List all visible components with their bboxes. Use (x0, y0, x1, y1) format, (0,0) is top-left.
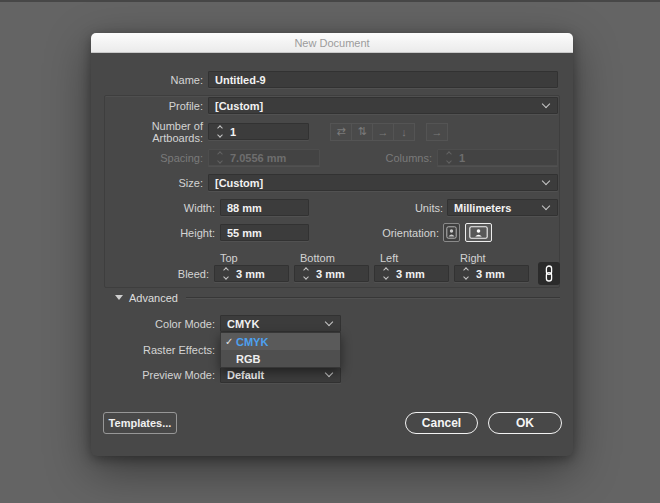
preview-mode-row: Preview Mode: Default (105, 366, 558, 383)
columns-stepper: 1 (437, 149, 558, 166)
size-row: Size: [Custom] (105, 174, 558, 191)
bleed-right-stepper[interactable]: 3 mm (454, 265, 529, 282)
orientation-landscape-icon[interactable] (465, 223, 492, 242)
profile-row: Profile: [Custom] (105, 97, 558, 114)
bleed-top-header: Top (214, 252, 294, 264)
orientation-group: Orientation: (291, 223, 492, 242)
name-row: Name: Untitled-9 (105, 71, 558, 88)
bleed-top-stepper[interactable]: 3 mm (214, 265, 289, 282)
artboards-label: Number of Artboards: (105, 120, 203, 144)
chevron-down-icon (325, 317, 333, 325)
stepper-arrows-icon[interactable] (301, 268, 310, 279)
artboards-stepper[interactable]: 1 (208, 123, 309, 140)
color-mode-row: Color Mode: CMYK (105, 315, 558, 332)
advanced-divider (185, 297, 560, 299)
bleed-row: Bleed: 3 mm 3 mm 3 mm 3 mm (105, 265, 558, 282)
stepper-arrows-icon (444, 152, 453, 163)
columns-label: Columns: (320, 152, 432, 164)
menu-item-cmyk[interactable]: ✓ CMYK (221, 333, 340, 350)
spacing-row: Spacing: 7.0556 mm Columns: 1 (105, 149, 558, 166)
height-label: Height: (105, 227, 215, 239)
chevron-down-icon (542, 99, 550, 107)
dialog-title: New Document (294, 37, 369, 49)
bleed-label: Bleed: (105, 268, 209, 280)
raster-effects-label: Raster Effects: (105, 344, 215, 356)
stepper-arrows-icon[interactable] (221, 268, 230, 279)
desktop-background: New Document Name: Untitled-9 Profile: [… (0, 0, 660, 503)
preview-mode-select[interactable]: Default (220, 366, 341, 383)
grid-by-row-icon[interactable]: ⇄ (330, 123, 352, 141)
bleed-left-header: Left (374, 252, 454, 264)
ok-button[interactable]: OK (488, 412, 562, 434)
advanced-title: Advanced (129, 292, 178, 304)
cancel-button[interactable]: Cancel (405, 412, 478, 434)
templates-button[interactable]: Templates... (103, 412, 177, 434)
rtl-layout-icon[interactable]: → (426, 123, 448, 141)
units-group: Units: Millimeters (291, 199, 558, 216)
width-label: Width: (105, 202, 215, 214)
arrange-by-row-icon[interactable]: → (372, 123, 394, 141)
checkmark-icon: ✓ (221, 336, 236, 347)
artboard-layout-buttons: ⇄ ⇅ → ↓ → (331, 123, 448, 141)
bleed-left-stepper[interactable]: 3 mm (374, 265, 449, 282)
spacing-stepper: 7.0556 mm (208, 149, 320, 166)
chevron-down-icon (542, 201, 550, 209)
name-label: Name: (105, 74, 203, 86)
bleed-headers: Top Bottom Left Right (105, 252, 534, 264)
advanced-disclosure[interactable]: Advanced (115, 291, 186, 304)
units-select[interactable]: Millimeters (447, 199, 558, 216)
bleed-right-header: Right (454, 252, 534, 264)
stepper-arrows-icon[interactable] (381, 268, 390, 279)
link-bleed-values-button[interactable] (538, 262, 560, 285)
name-input[interactable]: Untitled-9 (208, 71, 558, 88)
orientation-label: Orientation: (291, 227, 439, 239)
dialog-titlebar[interactable]: New Document (91, 33, 573, 53)
size-select[interactable]: [Custom] (208, 174, 558, 191)
menu-item-rgb[interactable]: RGB (221, 350, 340, 367)
units-label: Units: (291, 202, 443, 214)
color-mode-select[interactable]: CMYK (220, 315, 341, 332)
bleed-bottom-stepper[interactable]: 3 mm (294, 265, 369, 282)
size-label: Size: (105, 177, 203, 189)
screen-top-edge (0, 0, 660, 2)
chevron-down-icon (542, 176, 550, 184)
preview-mode-label: Preview Mode: (105, 369, 215, 381)
arrange-by-column-icon[interactable]: ↓ (393, 123, 415, 141)
artboards-row: Number of Artboards: 1 ⇄ ⇅ → ↓ → (105, 123, 558, 140)
bleed-bottom-header: Bottom (294, 252, 374, 264)
new-document-dialog: New Document Name: Untitled-9 Profile: [… (91, 33, 573, 456)
chevron-down-icon (325, 368, 333, 376)
stepper-arrows-icon[interactable] (215, 126, 224, 137)
stepper-arrows-icon (215, 152, 224, 163)
grid-by-column-icon[interactable]: ⇅ (351, 123, 373, 141)
color-mode-menu: ✓ CMYK RGB (220, 332, 341, 368)
chain-link-icon (543, 265, 555, 282)
triangle-down-icon (115, 295, 123, 300)
profile-label: Profile: (105, 100, 203, 112)
stepper-arrows-icon[interactable] (461, 268, 470, 279)
color-mode-label: Color Mode: (105, 318, 215, 330)
profile-select[interactable]: [Custom] (208, 97, 558, 114)
spacing-label: Spacing: (105, 152, 203, 164)
orientation-portrait-icon[interactable] (443, 223, 460, 242)
